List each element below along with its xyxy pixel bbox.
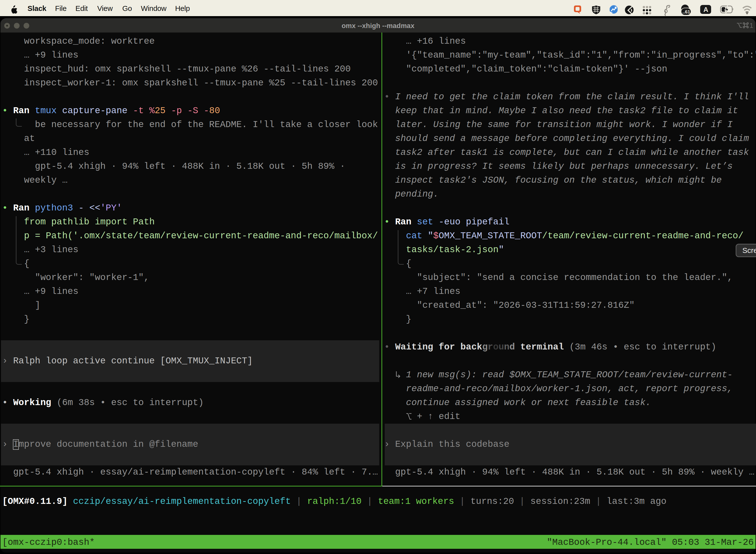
- svg-text:A: A: [703, 6, 708, 13]
- svg-text:..61: ..61: [682, 9, 690, 14]
- svg-text:1: 1: [750, 22, 753, 28]
